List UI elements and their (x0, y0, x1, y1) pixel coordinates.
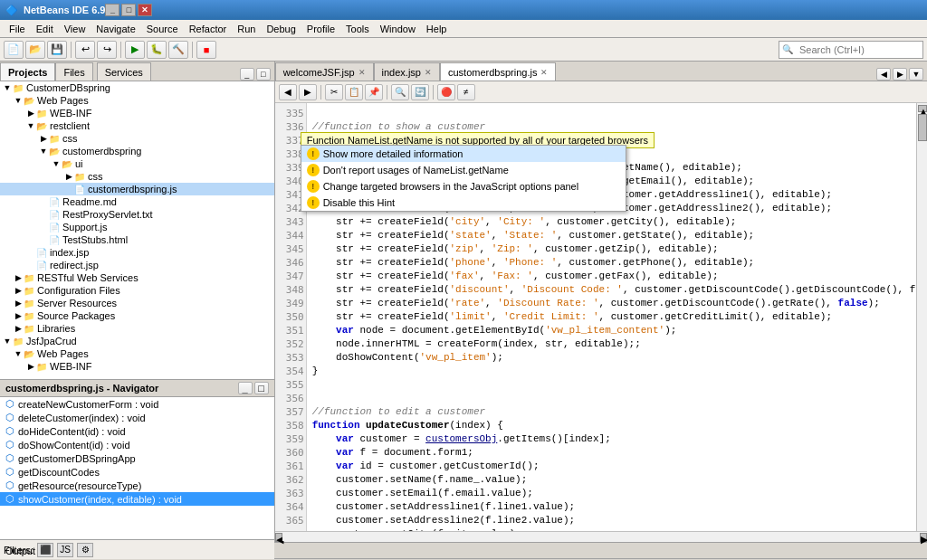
tabs-scroll-left-button[interactable]: ◀ (876, 68, 891, 81)
tree-item-customerdbspring-folder[interactable]: ▼ 📂 customerdbspring (0, 145, 274, 157)
method-icon: ⬡ (5, 479, 14, 491)
redo-button[interactable]: ↪ (97, 41, 117, 59)
tree-item-webpages[interactable]: ▼ 📂 Web Pages (0, 94, 274, 107)
tab-projects[interactable]: Projects (0, 62, 55, 81)
tree-item-ui[interactable]: ▼ 📂 ui (0, 157, 274, 170)
tree-item-teststubs[interactable]: 📄 TestStubs.html (0, 233, 274, 246)
nav-item-dohide[interactable]: ⬡ doHideContent(id) : void (0, 424, 274, 438)
tabs-dropdown-button[interactable]: ▼ (909, 68, 923, 81)
scroll-thumb[interactable] (918, 114, 927, 141)
tree-item-customerdbspringjs[interactable]: 📄 customerdbspring.js (0, 183, 274, 195)
close-button[interactable]: ✕ (138, 4, 152, 16)
menu-window[interactable]: Window (375, 22, 421, 36)
tree-item-restful[interactable]: ▶ 📁 RESTful Web Services (0, 271, 274, 284)
ed-btn-replace[interactable]: 🔄 (411, 84, 429, 100)
save-button[interactable]: 💾 (47, 41, 67, 59)
tree-item-restclient[interactable]: ▼ 📂 restclient (0, 119, 274, 132)
nav-item-delete[interactable]: ⬡ deleteCustomer(index) : void (0, 411, 274, 424)
ed-btn-diff[interactable]: ≠ (457, 84, 475, 100)
ed-btn-toggle-breakpoint[interactable]: 🔴 (437, 84, 455, 100)
tree-item-serverres[interactable]: ▶ 📁 Server Resources (0, 297, 274, 309)
tree-item-indexjsp[interactable]: 📄 index.jsp (0, 246, 274, 259)
suggestion-item-3[interactable]: ! Change targeted browsers in the JavaSc… (301, 178, 626, 195)
tree-item-css1[interactable]: ▶ 📁 css (0, 132, 274, 145)
tree-item-readme[interactable]: 📄 Readme.md (0, 195, 274, 208)
scroll-left-button[interactable]: ◀ (275, 533, 282, 542)
tree-item-restproxy[interactable]: 📄 RestProxyServlet.txt (0, 208, 274, 221)
new-project-button[interactable]: 📄 (4, 41, 24, 59)
tab-close-icon[interactable]: ✕ (358, 68, 366, 77)
nav-item-createnew[interactable]: ⬡ createNewCustomerForm : void (0, 397, 274, 411)
filter-btn-3[interactable]: ⚙ (77, 543, 93, 557)
suggestion-item-4[interactable]: ! Disable this Hint (301, 195, 626, 211)
nav-item-showcustomer[interactable]: ⬡ showCustomer(index, editable) : void (0, 492, 274, 506)
nav-item-label: deleteCustomer(index) : void (18, 413, 146, 423)
nav-item-getcustomer[interactable]: ⬡ getCustomerDBSpringApp (0, 451, 274, 465)
tab-label: welcomeJSF.jsp (283, 67, 355, 78)
nav-maximize-button[interactable]: □ (254, 382, 269, 394)
tab-close-icon[interactable]: ✕ (425, 68, 432, 77)
menu-profile[interactable]: Profile (301, 22, 340, 36)
panel-maximize-button[interactable]: □ (256, 68, 271, 81)
tree-label: index.jsp (50, 247, 89, 258)
tree-item-webinf2[interactable]: ▶ 📁 WEB-INF (0, 360, 274, 373)
menu-file[interactable]: File (4, 22, 31, 36)
method-icon: ⬡ (5, 439, 14, 451)
filter-btn-1[interactable]: ⬛ (37, 543, 53, 557)
ed-btn-find[interactable]: 🔍 (391, 84, 409, 100)
horizontal-scrollbar[interactable]: ◀ ▶ (275, 531, 927, 542)
scroll-right-button[interactable]: ▶ (920, 533, 927, 542)
maximize-button[interactable]: □ (121, 4, 136, 16)
nav-minimize-button[interactable]: _ (238, 382, 253, 394)
menu-refactor[interactable]: Refactor (184, 22, 233, 36)
ed-btn-cut[interactable]: ✂ (325, 84, 343, 100)
menu-help[interactable]: Help (421, 22, 453, 36)
menu-tools[interactable]: Tools (340, 22, 375, 36)
suggestion-item-1[interactable]: ! Show more detailed information (301, 146, 626, 162)
expand-icon: ▼ (25, 121, 36, 130)
editor-tab-customerdbspringjs[interactable]: customerdbspring.js ✕ (440, 62, 556, 81)
menu-source[interactable]: Source (141, 22, 184, 36)
scroll-up-button[interactable]: ▲ (918, 105, 927, 112)
search-input[interactable] (796, 44, 922, 55)
build-button[interactable]: 🔨 (168, 41, 188, 59)
nav-item-getdiscount[interactable]: ⬡ getDiscountCodes (0, 465, 274, 479)
tree-item-webinf[interactable]: ▶ 📁 WEB-INF (0, 107, 274, 119)
suggestion-item-2[interactable]: ! Don't report usages of NameList.getNam… (301, 162, 626, 178)
panel-minimize-button[interactable]: _ (240, 68, 254, 81)
filter-btn-2[interactable]: JS (57, 543, 73, 557)
tree-item-support[interactable]: 📄 Support.js (0, 221, 274, 233)
open-project-button[interactable]: 📂 (25, 41, 45, 59)
tree-item-redirect[interactable]: 📄 redirect.jsp (0, 259, 274, 271)
stop-button[interactable]: ■ (196, 41, 216, 59)
menu-run[interactable]: Run (232, 22, 261, 36)
tree-item-customerdbspring[interactable]: ▼ 📁 CustomerDBspring (0, 81, 274, 94)
vertical-scrollbar[interactable]: ▲ (916, 103, 927, 531)
ed-btn-copy[interactable]: 📋 (345, 84, 363, 100)
ed-btn-paste[interactable]: 📌 (365, 84, 383, 100)
tab-close-icon[interactable]: ✕ (540, 68, 548, 77)
tree-item-libraries[interactable]: ▶ 📁 Libraries (0, 322, 274, 335)
ed-btn-back[interactable]: ◀ (279, 84, 297, 100)
undo-button[interactable]: ↩ (75, 41, 95, 59)
tree-item-jsfjpacrud[interactable]: ▼ 📁 JsfJpaCrud (0, 335, 274, 347)
tree-item-css2[interactable]: ▶ 📁 css (0, 170, 274, 183)
menu-navigate[interactable]: Navigate (91, 22, 140, 36)
tree-item-sourcepkg[interactable]: ▶ 📁 Source Packages (0, 309, 274, 322)
editor-tab-welcomejsf[interactable]: welcomeJSF.jsp ✕ (275, 62, 374, 81)
menu-edit[interactable]: Edit (31, 22, 59, 36)
menu-view[interactable]: View (59, 22, 91, 36)
run-button[interactable]: ▶ (125, 41, 145, 59)
nav-item-doshow[interactable]: ⬡ doShowContent(id) : void (0, 438, 274, 451)
ed-btn-forward[interactable]: ▶ (299, 84, 317, 100)
tab-services[interactable]: Services (97, 62, 151, 81)
tabs-scroll-right-button[interactable]: ▶ (893, 68, 907, 81)
menu-debug[interactable]: Debug (261, 22, 301, 36)
nav-item-getresource[interactable]: ⬡ getResource(resourceType) (0, 479, 274, 492)
debug-button[interactable]: 🐛 (147, 41, 167, 59)
tree-item-webpages2[interactable]: ▼ 📂 Web Pages (0, 347, 274, 360)
tree-item-configfiles[interactable]: ▶ 📁 Configuration Files (0, 284, 274, 297)
tab-files[interactable]: Files (55, 62, 92, 81)
editor-tab-indexjsp[interactable]: index.jsp ✕ (374, 62, 440, 81)
minimize-button[interactable]: _ (105, 4, 119, 16)
